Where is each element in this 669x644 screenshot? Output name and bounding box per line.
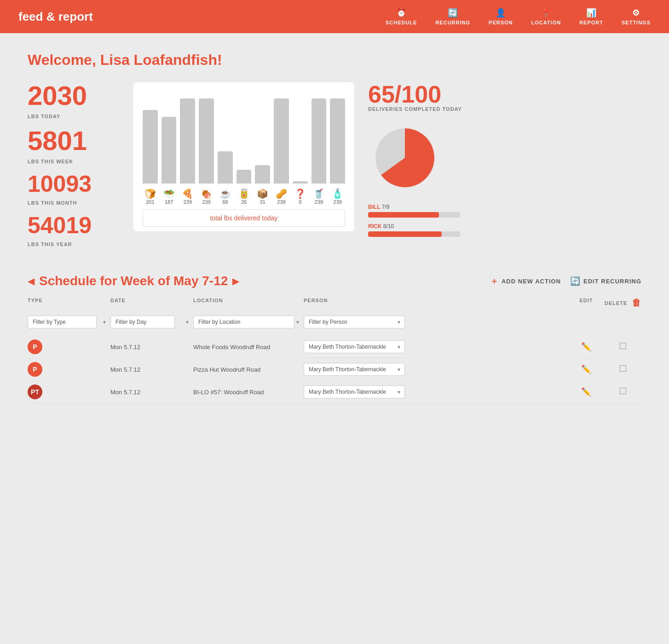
- chart-icon-col-5: 🥫26: [236, 188, 252, 205]
- right-stats: 65/100 DELIVERIES COMPLETED TODAY BILL 7…: [368, 82, 469, 242]
- edit-pencil-icon-0[interactable]: ✏️: [581, 342, 591, 351]
- settings-icon: ⚙: [632, 8, 640, 18]
- chart-val-8: 0: [299, 199, 301, 205]
- filter-location-select[interactable]: Filter by Location: [193, 316, 294, 328]
- row-delete-0[interactable]: [605, 343, 641, 351]
- lbs-week-label: LBS THIS WEEK: [28, 159, 120, 164]
- person-select-0[interactable]: Mary Beth Thorton-Tabernackle: [304, 340, 405, 353]
- type-badge-0: P: [28, 339, 42, 354]
- rick-score: 8/10: [383, 223, 394, 230]
- chart-icon-col-2: 🍕239: [180, 188, 195, 205]
- location-icon: 📍: [541, 8, 551, 18]
- delete-checkbox-2[interactable]: [620, 388, 626, 394]
- bar-0: [143, 110, 158, 184]
- row-type-1: P: [28, 362, 110, 377]
- bar-8: [293, 181, 308, 184]
- delete-checkbox-0[interactable]: [620, 343, 626, 349]
- nav-location[interactable]: 📍 LOCATION: [531, 8, 561, 25]
- row-location-2: BI-LO #57: Woodruff Road: [193, 389, 304, 396]
- chart-icon-2: 🍕: [182, 188, 193, 199]
- nav-report[interactable]: 📊 REPORT: [579, 8, 603, 25]
- chart-icon-4: ☕: [219, 188, 231, 199]
- add-new-action-button[interactable]: ＋ ADD NEW ACTION: [490, 276, 561, 287]
- table-row: P Mon 5.7.12 Pizza Hut Woodruff Road Mar…: [28, 358, 641, 381]
- deliveries-label: DELIVERIES COMPLETED TODAY: [368, 106, 469, 112]
- filter-location-arrow: ▼: [295, 320, 300, 325]
- row-edit-2[interactable]: ✏️: [568, 387, 605, 397]
- edit-pencil-icon-2[interactable]: ✏️: [581, 387, 591, 397]
- chart-icon-1: 🥗: [163, 188, 175, 199]
- stats-numbers: 2030 LBS TODAY 5801 LBS THIS WEEK 10093 …: [28, 82, 120, 251]
- row-edit-0[interactable]: ✏️: [568, 342, 605, 352]
- stats-section: 2030 LBS TODAY 5801 LBS THIS WEEK 10093 …: [28, 82, 641, 251]
- chart-val-6: 31: [260, 199, 265, 205]
- filter-day-select[interactable]: Filter by Day: [110, 316, 175, 328]
- rick-progress-fill: [368, 231, 442, 237]
- nav-settings[interactable]: ⚙ SETTINGS: [622, 8, 651, 25]
- delete-checkbox-1[interactable]: [620, 365, 626, 372]
- bill-progress-fill: [368, 212, 439, 218]
- row-person-2: Mary Beth Thorton-Tabernackle ▼: [304, 385, 568, 398]
- chart-icon-0: 🍞: [144, 188, 156, 199]
- chart-icon-col-9: 🥤239: [311, 188, 327, 205]
- schedule-title: Schedule for Week of May 7-12: [39, 274, 228, 288]
- th-edit: EDIT: [568, 298, 605, 308]
- nav-person[interactable]: 👤 PERSON: [489, 8, 513, 25]
- table-rows: P Mon 5.7.12 Whole Foods Woodruff Road M…: [28, 336, 641, 403]
- chart-icon-6: 📦: [257, 188, 268, 199]
- chart-val-10: 239: [334, 199, 342, 205]
- row-person-0: Mary Beth Thorton-Tabernackle ▼: [304, 340, 568, 353]
- row-date-0: Mon 5.7.12: [110, 344, 193, 351]
- lbs-month-value: 10093: [28, 172, 120, 196]
- recurring-edit-icon: 🔄: [570, 276, 581, 286]
- bar-1: [161, 117, 177, 184]
- add-action-label: ADD NEW ACTION: [502, 278, 561, 285]
- pie-svg: [368, 121, 442, 195]
- bar-10: [330, 98, 345, 184]
- main-content: Welcome, Lisa Loafandfish! 2030 LBS TODA…: [0, 33, 669, 422]
- filter-row: Filter by Type ▼ Filter by Day ▼: [28, 316, 641, 328]
- bar-col-5: [236, 170, 252, 184]
- schedule-actions: ＋ ADD NEW ACTION 🔄 EDIT RECURRING: [490, 276, 641, 287]
- row-type-2: PT: [28, 385, 110, 399]
- person-select-2[interactable]: Mary Beth Thorton-Tabernackle: [304, 385, 405, 398]
- pie-chart: [368, 121, 442, 195]
- chart-icon-10: 🧴: [332, 188, 343, 199]
- schedule-next-arrow[interactable]: ▶: [232, 276, 239, 287]
- nav-schedule-label: SCHEDULE: [386, 20, 417, 25]
- row-type-0: P: [28, 339, 110, 354]
- filter-person-select[interactable]: Filter by Person: [304, 316, 405, 328]
- person-select-1[interactable]: Mary Beth Thorton-Tabernackle: [304, 363, 405, 376]
- row-delete-2[interactable]: [605, 388, 641, 396]
- table-row: PT Mon 5.7.12 BI-LO #57: Woodruff Road M…: [28, 381, 641, 403]
- chart-icon-col-1: 🥗187: [161, 188, 177, 205]
- chart-val-1: 187: [165, 199, 173, 205]
- report-icon: 📊: [586, 8, 597, 18]
- edit-recurring-button[interactable]: 🔄 EDIT RECURRING: [570, 276, 641, 286]
- schedule-header: ◀ Schedule for Week of May 7-12 ▶ ＋ ADD …: [28, 274, 641, 288]
- nav-recurring-label: RECURRING: [435, 20, 470, 25]
- row-edit-1[interactable]: ✏️: [568, 364, 605, 374]
- welcome-message: Welcome, Lisa Loafandfish!: [28, 52, 641, 69]
- row-delete-1[interactable]: [605, 365, 641, 374]
- chart-icon-col-0: 🍞201: [143, 188, 158, 205]
- chart-icon-3: 🍖: [201, 188, 212, 199]
- bar-col-0: [143, 110, 158, 184]
- edit-pencil-icon-1[interactable]: ✏️: [581, 365, 591, 374]
- chart-icon-8: ❓: [294, 188, 306, 199]
- table-row: P Mon 5.7.12 Whole Foods Woodruff Road M…: [28, 336, 641, 358]
- chart-icon-col-4: ☕68: [218, 188, 233, 205]
- nav-settings-label: SETTINGS: [622, 20, 651, 25]
- nav-recurring[interactable]: 🔄 RECURRING: [435, 8, 470, 25]
- rick-progress-bg: [368, 231, 460, 237]
- filter-type-select[interactable]: Filter by Type: [28, 316, 97, 328]
- chart-icons: 🍞201🥗187🍕239🍖239☕68🥫26📦31🥜239❓0🥤239🧴239: [143, 188, 345, 205]
- lbs-today-label: LBS TODAY: [28, 114, 120, 119]
- schedule-prev-arrow[interactable]: ◀: [28, 276, 35, 287]
- chart-icon-col-10: 🧴239: [330, 188, 345, 205]
- bar-col-1: [161, 117, 177, 184]
- chart-val-4: 68: [222, 199, 228, 205]
- nav-schedule[interactable]: ⏰ SCHEDULE: [386, 8, 417, 25]
- type-badge-2: PT: [28, 385, 42, 399]
- bar-col-10: [330, 98, 345, 184]
